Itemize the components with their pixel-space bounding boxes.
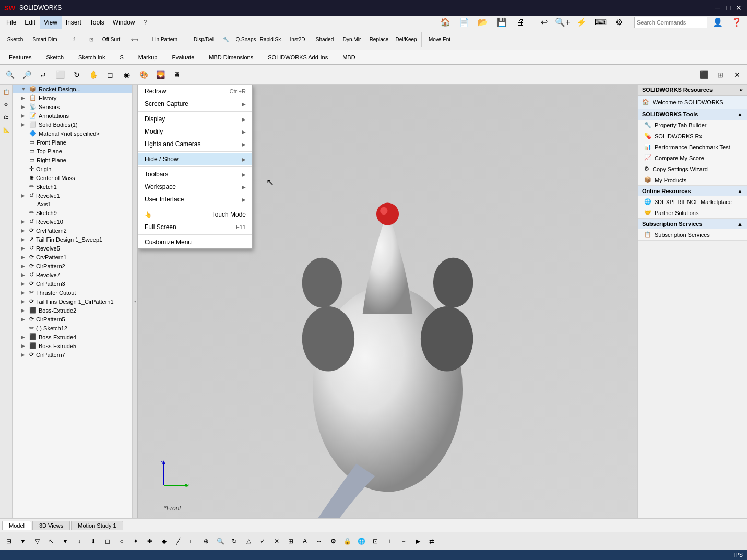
menu-window[interactable]: Window	[109, 16, 139, 29]
offset-on-surface-button[interactable]: Off Surf	[101, 31, 122, 48]
dm-full-screen[interactable]: Full Screen F11	[138, 221, 252, 233]
tree-item-revolve5[interactable]: ▶ ↺ Revolve5	[13, 244, 132, 253]
tree-item-crvpattern1[interactable]: ▶ ⟳ CrvPattern1	[13, 253, 132, 261]
repair-sketch-button[interactable]: 🔧	[218, 31, 234, 48]
view-display-btn[interactable]: ◉	[119, 67, 135, 82]
menu-tools[interactable]: Tools	[86, 16, 109, 29]
delete-keep-body-button[interactable]: Del/Keep	[393, 31, 419, 48]
shaded-sketch-button[interactable]: Shaded	[312, 31, 338, 48]
dm-redraw[interactable]: Redraw Ctrl+R	[138, 85, 252, 98]
tree-root[interactable]: ▼ 📦 Rocket Design...	[13, 85, 132, 93]
sketch-button[interactable]: Sketch	[2, 31, 28, 48]
open-button[interactable]: 📂	[475, 14, 491, 31]
minimize-button[interactable]: ─	[714, 4, 722, 12]
offset-entities-button[interactable]: ⊡	[83, 31, 100, 48]
tab-features[interactable]: Features	[2, 52, 38, 63]
menu-insert[interactable]: Insert	[62, 16, 86, 29]
bt-gear2[interactable]: ⚙	[326, 534, 340, 548]
viewport-close[interactable]: ✕	[729, 67, 745, 82]
bt-face[interactable]: □	[185, 534, 199, 548]
tab-s[interactable]: S	[113, 52, 130, 63]
tab-markup[interactable]: Markup	[132, 52, 164, 63]
dm-lights-cameras[interactable]: Lights and Cameras ▶	[138, 138, 252, 150]
rp-welcome[interactable]: 🏠 Welcome to SOLIDWORKS	[638, 96, 747, 109]
display-delete-button[interactable]: Disp/Del	[191, 31, 217, 48]
resize-handle[interactable]: ◂	[133, 85, 138, 518]
quick-snaps-button[interactable]: Q.Snaps	[235, 31, 256, 48]
bt-diamond[interactable]: ◆	[157, 534, 171, 548]
tree-item-boss-extrude5[interactable]: ▶ ⬛ Boss-Extrude5	[13, 341, 132, 350]
menu-edit[interactable]: Edit	[20, 16, 40, 29]
rp-subscription-services[interactable]: 📋 Subscription Services	[638, 229, 747, 240]
rp-section-subscription-header[interactable]: Subscription Services ▲	[638, 219, 747, 229]
rp-benchmark[interactable]: 📊 Performance Benchmark Test	[638, 141, 747, 152]
bt-down3[interactable]: ▼	[58, 534, 72, 548]
bt-grid[interactable]: ⊞	[284, 534, 298, 548]
zoom-box-btn[interactable]: ⬜	[52, 67, 68, 82]
tree-item-revolve10[interactable]: ▶ ↺ Revolve10	[13, 217, 132, 226]
rp-property-tab-builder[interactable]: 🔧 Property Tab Builder	[638, 120, 747, 130]
print-button[interactable]: 🖨	[512, 14, 529, 31]
dm-workspace[interactable]: Workspace ▶	[138, 181, 252, 193]
pan-btn[interactable]: ✋	[86, 67, 101, 82]
tree-item-cirpattern3[interactable]: ▶ ⟳ CirPattern3	[13, 279, 132, 288]
close-button[interactable]: ✕	[734, 4, 743, 12]
tree-item-revolve7[interactable]: ▶ ↺ Revolve7	[13, 270, 132, 279]
tree-item-sketch9[interactable]: ✏ Sketch9	[13, 208, 132, 217]
bt-loop[interactable]: ↻	[228, 534, 241, 548]
menu-view[interactable]: View	[40, 16, 62, 29]
configuration-manager-btn[interactable]: 🗂	[1, 112, 11, 122]
tree-item-solid-bodies[interactable]: ▶ ⬜ Solid Bodies(1)	[13, 120, 132, 129]
tree-item-top-plane[interactable]: ▭ Top Plane	[13, 147, 132, 156]
rapid-sketch-button[interactable]: Rapid Sk	[257, 31, 283, 48]
bt-play[interactable]: ▶	[411, 534, 424, 548]
settings-button[interactable]: ⚙	[611, 14, 627, 31]
tree-item-history[interactable]: ▶ 📋 History	[13, 93, 132, 102]
bt-tri[interactable]: △	[242, 534, 255, 548]
rp-section-tools-header[interactable]: SOLIDWORKS Tools ▲	[638, 109, 747, 120]
tab-model[interactable]: Model	[2, 521, 31, 530]
zoom-previous-btn[interactable]: ⤾	[35, 67, 51, 82]
tree-item-tail-fin-sweep1[interactable]: ▶ ↗ Tail Fin Design 1_Sweep1	[13, 235, 132, 244]
rp-3dexperience[interactable]: 🌐 3DEXPERIENCE Marketplace	[638, 196, 747, 207]
search-input[interactable]	[634, 17, 707, 28]
tab-3d-views[interactable]: 3D Views	[32, 521, 70, 530]
help-icon-button[interactable]: ❓	[728, 14, 745, 31]
zoom-in-btn[interactable]: 🔎	[19, 67, 34, 82]
tab-sketch[interactable]: Sketch	[39, 52, 70, 63]
isometric-btn[interactable]: ◻	[102, 67, 118, 82]
tree-item-thruster-cutout[interactable]: ▶ ✂ Thruster Cutout	[13, 288, 132, 297]
tab-motion-study[interactable]: Motion Study 1	[71, 521, 123, 530]
keyboard-button[interactable]: ⌨	[592, 14, 609, 31]
tree-item-material[interactable]: 🔷 Material <not specified>	[13, 129, 132, 138]
convert-entities-button[interactable]: ⤴	[65, 31, 82, 48]
tree-item-right-plane[interactable]: ▭ Right Plane	[13, 156, 132, 164]
tree-item-boss-extrude2[interactable]: ▶ ⬛ Boss-Extrude2	[13, 306, 132, 315]
zoom-in-button[interactable]: 🔍+	[554, 14, 571, 31]
zoom-to-fit-btn[interactable]: 🔍	[2, 67, 18, 82]
rp-sw-rx[interactable]: 💊 SOLIDWORKS Rx	[638, 130, 747, 141]
bt-measure[interactable]: ↔	[312, 534, 326, 548]
bt-globe[interactable]: 🌐	[354, 534, 368, 548]
subscription-section-collapse[interactable]: ▲	[737, 221, 743, 227]
dm-hide-show[interactable]: Hide / Show ▶	[138, 153, 252, 165]
bt-cross[interactable]: ✚	[143, 534, 157, 548]
bt-down1[interactable]: ▼	[16, 534, 30, 548]
viewport-tile[interactable]: ⊞	[713, 67, 728, 82]
tree-item-crvpattern2[interactable]: ▶ ⟳ CrvPattern2	[13, 226, 132, 235]
expand-icon[interactable]: ▼	[21, 86, 27, 92]
tree-item-origin[interactable]: ✛ Origin	[13, 164, 132, 173]
tree-item-sensors[interactable]: ▶ 📡 Sensors	[13, 102, 132, 111]
bt-add[interactable]: +	[383, 534, 396, 548]
menu-file[interactable]: File	[2, 16, 20, 29]
rp-collapse[interactable]: «	[740, 87, 743, 93]
tree-item-cirpattern5[interactable]: ▶ ⟳ CirPattern5	[13, 315, 132, 324]
tree-item-cirpattern2[interactable]: ▶ ⟳ CirPattern2	[13, 261, 132, 270]
bt-lock[interactable]: 🔒	[340, 534, 354, 548]
home-button[interactable]: 🏠	[437, 14, 454, 31]
tree-item-sketch1[interactable]: ✏ Sketch1	[13, 182, 132, 191]
dm-display[interactable]: Display ▶	[138, 113, 252, 125]
rp-copy-settings[interactable]: ⚙ Copy Settings Wizard	[638, 163, 747, 174]
tab-mbd[interactable]: MBD	[336, 52, 362, 63]
dm-user-interface[interactable]: User Interface ▶	[138, 193, 252, 206]
